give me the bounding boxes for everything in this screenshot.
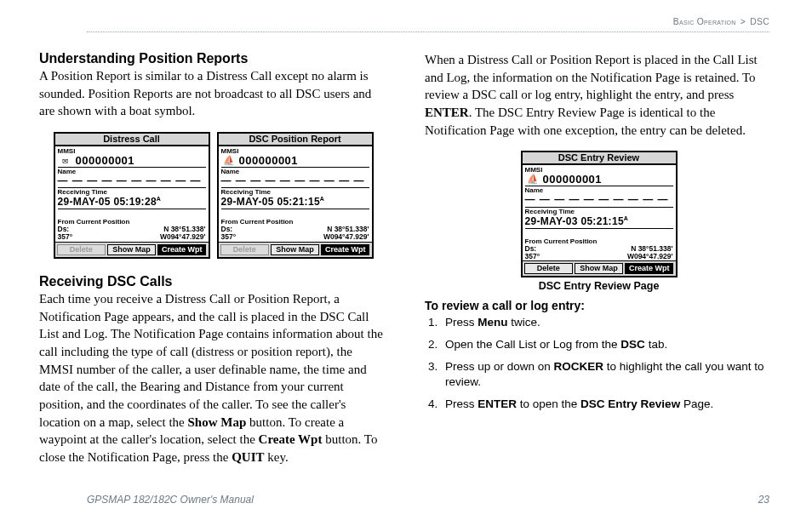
step-3: Press up or down on ROCKER to highlight … — [425, 359, 773, 390]
envelope-icon: ✉ — [58, 155, 73, 166]
fig-a-title: Distress Call — [55, 134, 209, 146]
para-receiving-calls: Each time you receive a Distress Call or… — [39, 290, 387, 466]
para-review-intro: When a Distress Call or Position Report … — [425, 51, 773, 139]
fig-b-name: — — — — — — — — — — — [221, 175, 369, 188]
fig-b-position: Ds:357° N 38°51.338'W094°47.929' — [221, 226, 369, 242]
figure-row: Distress Call MMSI ✉ 000000001 Name — — … — [39, 132, 387, 259]
footer-page-number: 23 — [758, 494, 769, 506]
fig-b-buttons: Delete Show Map Create Wpt — [219, 242, 372, 257]
fig-a-delete-button[interactable]: Delete — [57, 244, 106, 255]
fig-c-title: DSC Entry Review — [523, 152, 676, 165]
fig-a-time-label: Receiving Time — [58, 189, 206, 196]
figure-entry-review-wrap: DSC Entry Review MMSI ⛵ 000000001 Name —… — [425, 151, 773, 292]
fig-c-caption: DSC Entry Review Page — [539, 280, 660, 292]
content-columns: Understanding Position Reports A Positio… — [39, 26, 773, 478]
step-4: Press ENTER to open the DSC Entry Review… — [425, 397, 773, 412]
left-column: Understanding Position Reports A Positio… — [39, 51, 387, 478]
footer-title: GPSMAP 182/182C Owner's Manual — [87, 494, 254, 506]
heading-receiving-calls: Receiving DSC Calls — [39, 274, 387, 289]
fig-b-createwpt-button[interactable]: Create Wpt — [321, 244, 369, 255]
breadcrumb-section: Basic Operation — [673, 17, 736, 26]
boat-icon: ⛵ — [525, 174, 540, 185]
fig-a-mmsi: 000000001 — [76, 155, 135, 166]
fig-a-createwpt-button[interactable]: Create Wpt — [157, 244, 206, 255]
fig-c-delete-button[interactable]: Delete — [524, 263, 573, 274]
fig-c-buttons: Delete Show Map Create Wpt — [523, 260, 676, 276]
para-position-reports: A Position Report is similar to a Distre… — [39, 67, 387, 120]
fig-a-showmap-button[interactable]: Show Map — [107, 244, 156, 255]
fig-c-time: 29-MAY-03 05:21:15A — [525, 215, 673, 229]
fig-c-name: — — — — — — — — — — — [525, 194, 673, 207]
header-rule — [87, 31, 769, 32]
manual-page: Basic Operation > DSC Understanding Posi… — [0, 0, 812, 526]
fig-b-title: DSC Position Report — [219, 134, 372, 146]
fig-c-mmsi: 000000001 — [543, 174, 603, 185]
boat-icon: ⛵ — [221, 155, 237, 166]
breadcrumb-page: DSC — [750, 17, 769, 26]
fig-c-createwpt-button[interactable]: Create Wpt — [625, 263, 673, 274]
steps-title: To review a call or log entry: — [425, 299, 773, 312]
figure-distress-call: Distress Call MMSI ✉ 000000001 Name — — … — [54, 132, 210, 259]
fig-b-mmsi: 000000001 — [239, 155, 299, 166]
breadcrumb: Basic Operation > DSC — [673, 17, 769, 26]
fig-b-showmap-button[interactable]: Show Map — [271, 244, 319, 255]
fig-c-showmap-button[interactable]: Show Map — [575, 263, 623, 274]
fig-b-delete-button[interactable]: Delete — [220, 244, 269, 255]
figure-position-report: DSC Position Report MMSI ⛵ 000000001 Nam… — [217, 132, 374, 259]
fig-b-time-label: Receiving Time — [221, 189, 369, 196]
fig-a-position: Ds:357° N 38°51.338'W094°47.929' — [58, 226, 206, 242]
step-1: Press Menu twice. — [425, 315, 773, 330]
figure-entry-review: DSC Entry Review MMSI ⛵ 000000001 Name —… — [521, 151, 678, 277]
right-column: When a Distress Call or Position Report … — [425, 51, 773, 478]
step-2: Open the Call List or Log from the DSC t… — [425, 337, 773, 352]
fig-c-time-label: Receiving Time — [525, 209, 673, 215]
fig-a-name: — — — — — — — — — — — [58, 175, 206, 188]
page-footer: GPSMAP 182/182C Owner's Manual 23 — [87, 494, 769, 506]
breadcrumb-sep: > — [739, 17, 747, 26]
fig-c-position: Ds:357° N 38°51.338'W094°47.929' — [525, 245, 673, 261]
fig-b-time: 29-MAY-05 05:21:15A — [221, 196, 369, 209]
heading-position-reports: Understanding Position Reports — [39, 51, 387, 66]
fig-a-buttons: Delete Show Map Create Wpt — [55, 242, 209, 257]
fig-a-time: 29-MAY-05 05:19:28A — [58, 196, 206, 209]
steps-list: Press Menu twice. Open the Call List or … — [425, 315, 773, 412]
